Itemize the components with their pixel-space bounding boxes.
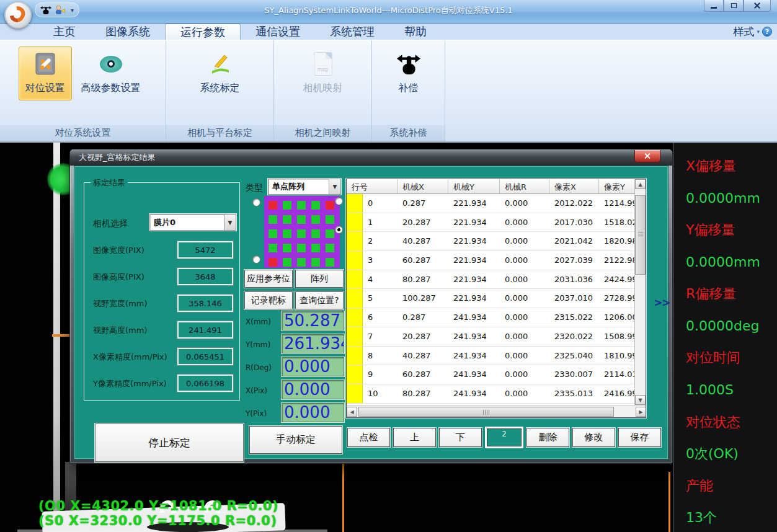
tools-icon [32, 51, 58, 77]
ribbon-group-camera-mapping: 相机映射 相机之间映射 [274, 40, 372, 141]
reference-radio-top-left[interactable] [252, 198, 260, 206]
table-row[interactable]: 10 80.287 241.934 0.000 2335.013 2416.99… [347, 384, 636, 404]
table-row[interactable]: 5 100.287 221.934 0.000 2037.010 2728.99… [347, 289, 636, 308]
table-nav-button[interactable]: 点检 [347, 428, 390, 447]
window-titlebar: ▾ SY_AliagnSystemLinkToWorld---MicroDist… [0, 0, 777, 24]
manual-calibration-button[interactable]: 手动标定 [249, 426, 342, 454]
scroll-left-button[interactable]: ◀ [347, 407, 357, 417]
menu-tab[interactable]: 运行参数 [165, 24, 241, 40]
vertical-scrollbar[interactable]: ▲ ▼ [634, 179, 646, 405]
calibration-icon [207, 51, 233, 77]
cell-mech-y: 221.934 [448, 194, 500, 213]
dialog-close-button[interactable] [634, 150, 660, 162]
coordinate-value[interactable]: 261.934 [282, 334, 344, 353]
style-button[interactable]: 样式 [733, 25, 754, 39]
cell-pixel-x: 2017.030 [549, 213, 599, 232]
ribbon-tab-row: 主页图像系统运行参数通信设置系统管理帮助 样式 ▾ ? [0, 24, 777, 40]
cell-row-number: 4 [363, 270, 397, 289]
reference-radio-right-selected[interactable] [335, 226, 343, 234]
coordinate-value[interactable]: 0.000 [282, 403, 344, 422]
dialog-titlebar[interactable]: 大视野_宫格标定结果 [70, 149, 672, 166]
table-row[interactable]: 9 60.287 241.934 0.000 2330.007 2114.012 [347, 365, 636, 384]
table-row[interactable]: 4 80.287 221.934 0.000 2031.036 2424.993 [347, 270, 636, 290]
column-header[interactable]: 机械R [500, 179, 549, 193]
chevron-down-icon[interactable]: ▼ [329, 179, 340, 194]
horizontal-scrollbar[interactable]: ◀ ▶ [347, 406, 646, 417]
horizontal-scroll-thumb[interactable] [358, 407, 614, 417]
table-row[interactable]: 1 20.287 221.934 0.000 2017.030 1518.021 [347, 213, 636, 233]
restore-button[interactable] [724, 0, 744, 12]
row-indicator-cell [347, 327, 363, 346]
compensate-button[interactable]: 补偿 [389, 47, 428, 100]
table-row[interactable]: 2 40.287 221.934 0.000 2021.042 1820.988 [347, 232, 636, 251]
table-row[interactable]: 8 40.287 241.934 0.000 2325.040 1810.994 [347, 347, 636, 366]
scroll-down-button[interactable]: ▼ [635, 395, 646, 405]
target-action-button[interactable]: 查询位置? [295, 291, 344, 309]
table-row[interactable]: 6 0.287 241.934 0.000 2315.022 1206.007 [347, 308, 636, 327]
coordinate-value[interactable]: 0.000 [282, 357, 344, 376]
column-header[interactable]: 机械Y [448, 179, 500, 193]
expand-panel-button[interactable]: >> [654, 296, 670, 309]
column-header[interactable]: 机械X [397, 179, 448, 193]
type-dropdown[interactable]: 单点阵列 ▼ [268, 179, 341, 195]
dialog-body: 标定结果 相机选择 膜片0 ▼ 图像宽度(PIX) 5472 图像高度(PIX) [74, 166, 668, 459]
column-header[interactable]: 行号 [347, 179, 397, 193]
cell-mech-x: 60.287 [397, 365, 448, 384]
orange-tick-mark [52, 334, 69, 337]
coordinate-value[interactable]: 0.000 [282, 380, 344, 399]
table-edit-button[interactable]: 保存 [618, 428, 661, 447]
cell-pixel-x: 2320.022 [549, 327, 599, 346]
cell-mech-y: 241.934 [448, 384, 500, 403]
status-label: R偏移量 [674, 278, 777, 310]
cell-mech-y: 221.934 [448, 251, 500, 270]
table-edit-button[interactable]: 修改 [572, 428, 615, 447]
table-nav-button[interactable]: 下 [439, 428, 482, 447]
table-row[interactable]: 7 20.287 241.934 0.000 2320.022 1508.990 [347, 327, 636, 347]
cell-mech-x: 60.287 [397, 251, 448, 270]
target-action-button[interactable]: 应用参考位 [244, 270, 293, 288]
coordinate-value[interactable]: 50.287 [282, 311, 344, 330]
cell-pixel-x: 2027.039 [549, 251, 599, 270]
cell-mech-y: 241.934 [448, 327, 500, 346]
menu-tab[interactable]: 通信设置 [241, 24, 315, 40]
scroll-up-button[interactable]: ▲ [635, 179, 646, 189]
menu-tab[interactable]: 主页 [38, 24, 91, 40]
advanced-params-button[interactable]: 高级参数设置 [74, 47, 148, 100]
camera-view-stage: (O0 X=4302.0 Y=1081.0 R=0.0) (S0 X=3230.… [0, 143, 673, 532]
menu-tab[interactable]: 帮助 [389, 24, 442, 40]
menu-tab[interactable]: 系统管理 [315, 24, 389, 40]
chevron-down-icon[interactable]: ▼ [224, 215, 236, 230]
stop-calibration-button[interactable]: 停止标定 [95, 423, 244, 462]
calibration-field-row: 视野宽度(mm) 358.146 [93, 293, 234, 320]
help-icon[interactable]: ? [762, 27, 772, 37]
scroll-right-button[interactable]: ▶ [636, 407, 646, 417]
cell-pixel-y: 2424.993 [599, 270, 636, 289]
minimize-button[interactable] [704, 0, 724, 12]
status-value: 0次(OK) [674, 438, 777, 470]
row-indicator-cell [347, 289, 363, 308]
target-action-button[interactable]: 记录靶标 [244, 291, 293, 309]
table-row[interactable]: 0 0.287 221.934 0.000 2012.022 1214.993 [347, 194, 636, 213]
row-indicator-cell [347, 232, 363, 250]
vertical-scroll-thumb[interactable] [635, 195, 646, 275]
cell-pixel-x: 2031.036 [549, 270, 599, 289]
style-dropdown-icon[interactable]: ▾ [757, 29, 760, 35]
app-logo-icon[interactable] [4, 1, 32, 29]
cell-mech-x: 80.287 [397, 270, 448, 289]
reference-radio-top-right[interactable] [335, 197, 343, 205]
close-button[interactable] [744, 0, 771, 12]
coordinate-row: X(Pix) 0.000 [246, 379, 346, 402]
column-header[interactable]: 像素Y [599, 179, 636, 193]
align-settings-button[interactable]: 对位设置 [19, 47, 72, 100]
menu-tab[interactable]: 图像系统 [91, 24, 165, 40]
column-header[interactable]: 像素X [549, 179, 599, 193]
table-row[interactable]: 3 60.287 221.934 0.000 2027.039 2122.984 [347, 251, 636, 270]
table-edit-button[interactable]: 删除 [526, 428, 569, 447]
camera-select-dropdown[interactable]: 膜片0 ▼ [149, 214, 236, 231]
field-value: 0.066198 [177, 375, 233, 392]
system-calibration-button[interactable]: 系统标定 [193, 47, 247, 100]
table-nav-button[interactable]: 上 [393, 428, 436, 447]
reference-radio-bottom-left[interactable] [252, 255, 260, 264]
page-number-field[interactable]: 2 [487, 428, 522, 446]
target-action-button[interactable]: 阵列 [295, 270, 344, 288]
